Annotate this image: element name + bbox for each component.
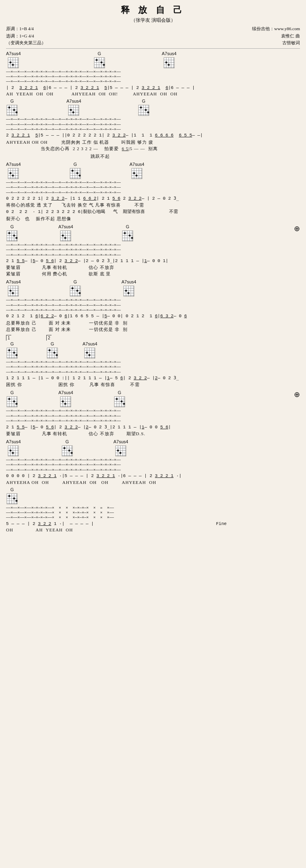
lyrics-section-5a: 总要释放自 己 面 对 未来 一切优劣是 非 别 (6, 320, 300, 326)
lyrics-section-2b: 当失恋的心再 2 2 3 2 2 — 拍要爱 6 5|5 — — 别离 (6, 146, 300, 152)
section-1: A7sus4 (6, 51, 300, 97)
svg-point-90 (76, 172, 78, 174)
svg-point-136 (128, 234, 130, 236)
svg-rect-207 (7, 397, 17, 407)
chord-diagram-A7sus4-2 (163, 57, 175, 69)
subtitle: （张学友 演唱会版） (6, 17, 300, 24)
svg-point-79 (12, 174, 14, 176)
svg-point-125 (64, 237, 66, 239)
lyrics-section-3a: 将彻心的感觉 透 支了 飞去转 换空 气 凡事 有惊喜 不需 (6, 202, 300, 208)
page-title: 释 放 自 己 (6, 4, 300, 16)
staff-section-2: ——×——×——×——×—×—×—×——×——×——×—×—×—×——×——×—… (6, 117, 300, 132)
chord-G-7: G (69, 279, 81, 297)
chord-G-9: G (46, 341, 58, 359)
chord-G-12: G (61, 439, 73, 457)
chord-diagram-G-1 (93, 57, 105, 69)
svg-point-251 (10, 450, 12, 452)
svg-rect-172 (7, 348, 17, 358)
svg-point-195 (56, 354, 58, 356)
svg-point-286 (13, 497, 15, 499)
chord-diagram-G-3 (138, 104, 150, 116)
svg-point-10 (12, 64, 14, 66)
chord-diagram-G-13 (6, 493, 18, 505)
svg-point-182 (13, 351, 15, 353)
lyrics-section-4a: 要皱眉 凡事 有转机 信心 不放弃 (6, 265, 300, 271)
chord-A7sus4-6: A7sus4 (58, 224, 73, 242)
lyrics-section-6: 困扰 你 困扰 你 凡事 有惊喜 不需 (6, 382, 300, 388)
section-3: A7sus4 G (6, 162, 300, 222)
chord-diagram-A7sus4 (7, 57, 19, 69)
svg-point-101 (133, 172, 135, 174)
section-8: A7sus4 G (6, 439, 300, 485)
svg-point-193 (49, 349, 51, 351)
website: 续份吉他：www.y86.com (252, 25, 300, 33)
notation-section-3a: 0 2 2 2 2 2 1| 2 3 2 2— |1 1 6 6 2| 2 1 … (6, 195, 300, 202)
capo-note: （变调夹夹第三品） (6, 39, 46, 47)
chord-diagram-A7sus4-5 (131, 167, 143, 180)
chord-G-1: G (93, 51, 105, 69)
svg-point-147 (10, 290, 12, 292)
svg-point-55 (70, 109, 72, 111)
chord-A7sus4-7: A7sus4 (6, 279, 21, 297)
notation-section-6: 1 2 1 1 1 — |1 — 0 0 :|| 1 2 1 1 1 — |1—… (6, 375, 300, 382)
svg-point-205 (86, 351, 88, 353)
original-key: 原调：1=B 4/4 (6, 25, 46, 33)
svg-point-275 (120, 452, 122, 454)
notation-section-9: 5 — — — | 2 3 2 2 1 ·| — — — — | Fine (6, 521, 300, 527)
svg-point-194 (54, 351, 56, 353)
svg-point-43 (8, 107, 10, 109)
staff-section-8: ——×——×——×——×—×—×—×——×——×——×—×—×—×——×——×—… (6, 458, 300, 473)
staff-section-1: ——×——×——×——×—×—×—×——×——×——×—×—×—×——×——×—… (6, 70, 300, 85)
chord-diagram-G-8 (6, 347, 18, 359)
chord-A7sus4-12: A7sus4 (114, 439, 128, 457)
chord-G-6: G (122, 224, 134, 242)
svg-point-206 (89, 354, 91, 356)
svg-point-229 (64, 403, 66, 405)
chord-diagram-G-11 (114, 396, 126, 408)
chord-diagram-A7sus4-3 (68, 104, 80, 116)
chord-G-2: G (6, 99, 18, 116)
lyrics-section-5b: 总要释放自 己 面 对 未来 一切优劣是 非 别 (6, 327, 300, 333)
svg-point-148 (12, 292, 14, 294)
coda-sign-2: ⊕ (294, 390, 300, 399)
svg-point-91 (79, 174, 81, 176)
lyrics-section-8: AHYEEHA OH OH AHYEEAH OH OH AHYEEAH OH (6, 480, 300, 485)
lyrics-section-2c: 跳跃不起 (6, 153, 300, 159)
staff-section-4: ——×——×——×——×—×—×—×——×——×——×—×—×—×——×——×—… (6, 243, 300, 258)
chord-G-5: G (6, 224, 18, 242)
svg-rect-149 (70, 286, 81, 296)
meta-row: 原调：1=B 4/4 选调：1=G 4/4 （变调夹夹第三品） 续份吉他：www… (6, 25, 300, 47)
coda-sign-1: ⊕ (294, 224, 300, 233)
section-4: G A7sus4 (6, 224, 300, 277)
chord-A7sus4-8: A7sus4 (122, 279, 136, 297)
section-2: G A7sus4 (6, 99, 300, 159)
svg-point-44 (13, 109, 15, 111)
svg-point-32 (165, 61, 167, 63)
staff-section-5: ——×——×——×——×—×—×—×——×——×——×—×—×—×——×——×—… (6, 298, 300, 313)
chord-diagram-A7sus4-9 (84, 347, 96, 359)
svg-point-262 (63, 447, 65, 449)
meta-left: 原调：1=B 4/4 选调：1=G 4/4 （变调夹夹第三品） (6, 25, 46, 47)
svg-rect-11 (94, 58, 105, 68)
transposed-key: 选调：1=G 4/4 (6, 33, 46, 40)
section-5: A7sus4 G (6, 279, 300, 333)
svg-point-171 (128, 292, 130, 294)
svg-rect-34 (7, 105, 17, 116)
svg-point-217 (13, 401, 15, 403)
chord-diagram-G-2 (6, 104, 18, 116)
chord-diagram-G-9 (46, 347, 58, 359)
staff-section-3: ——×——×——×——×—×—×—×——×——×——×—×—×—×——×——×—… (6, 180, 300, 195)
chord-diagram-A7sus4-10 (60, 396, 72, 408)
svg-point-240 (120, 401, 122, 403)
chord-G-3: G (138, 99, 150, 116)
svg-rect-230 (114, 397, 125, 407)
svg-point-20 (95, 59, 97, 61)
lyrics-section-9: OH AH YEEAH OH (6, 527, 300, 532)
svg-point-241 (123, 403, 125, 405)
svg-point-102 (136, 174, 138, 176)
svg-point-170 (125, 290, 127, 292)
svg-point-56 (72, 112, 74, 114)
svg-point-68 (147, 112, 149, 114)
svg-point-216 (8, 398, 10, 400)
chord-G-10: G (6, 390, 18, 408)
